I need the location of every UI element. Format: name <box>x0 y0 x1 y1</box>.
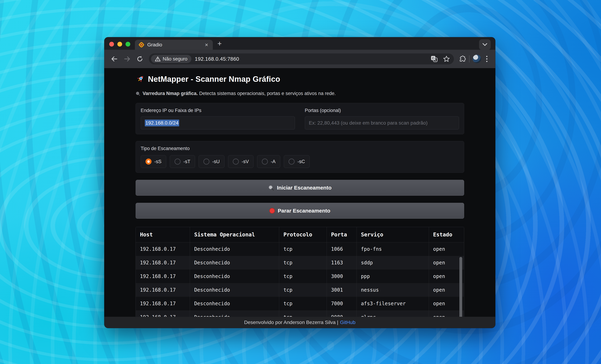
page-title: NetMapper - Scanner Nmap Gráfico <box>148 75 280 84</box>
back-button[interactable] <box>109 53 120 64</box>
cell-os: Desconhecido <box>190 242 279 256</box>
scan-type-label: Tipo de Escaneamento <box>141 146 459 151</box>
window-controls <box>104 42 135 50</box>
table-header-row: Host Sistema Operacional Protocolo Porta… <box>136 227 464 242</box>
gradio-favicon-icon <box>139 42 144 48</box>
table-row[interactable]: 192.168.0.17Desconhecidotcp3000pppopen <box>136 269 464 283</box>
cell-port: 1163 <box>327 256 357 269</box>
security-label: Não seguro <box>163 56 188 62</box>
cell-service: glrpc <box>357 310 429 317</box>
stop-sign-icon <box>269 208 275 214</box>
desktop-wallpaper: Gradio × + <box>0 0 601 364</box>
table-row[interactable]: 192.168.0.17Desconhecidotcp3001nessusope… <box>136 283 464 297</box>
tab-search-button[interactable] <box>479 39 491 50</box>
col-host: Host <box>136 227 190 242</box>
radio-icon <box>146 158 151 165</box>
table-row[interactable]: 192.168.0.17Desconhecidotcp9080glrpcopen <box>136 310 464 317</box>
cell-state: open <box>429 242 464 256</box>
subtitle-bold: Varredura Nmap gráfica. <box>143 91 198 96</box>
cell-state: open <box>429 269 464 283</box>
cell-os: Desconhecido <box>190 310 279 317</box>
magnifier-icon <box>136 91 140 96</box>
radio-icon <box>233 158 239 165</box>
cell-service: afs3-fileserver <box>357 297 429 310</box>
translate-button[interactable]: G a <box>430 55 438 63</box>
scan-option-sV[interactable]: -sV <box>228 155 254 168</box>
start-scan-button[interactable]: Iniciar Escaneamento <box>136 180 464 196</box>
cell-os: Desconhecido <box>190 283 279 297</box>
cell-host: 192.168.0.17 <box>136 269 190 283</box>
radio-icon <box>289 158 295 165</box>
cell-service: nessus <box>357 283 429 297</box>
rocket-icon <box>136 75 145 84</box>
table-row[interactable]: 192.168.0.17Desconhecidotcp1163sddpopen <box>136 256 464 269</box>
cell-port: 7000 <box>327 297 357 310</box>
extensions-button[interactable] <box>458 55 466 63</box>
col-port: Porta <box>327 227 357 242</box>
cell-state: open <box>429 297 464 310</box>
scan-option-sS[interactable]: -sS <box>141 155 166 168</box>
url-text[interactable]: 192.168.0.45:7860 <box>195 56 427 62</box>
browser-toolbar: Não seguro 192.168.0.45:7860 G a <box>104 50 495 68</box>
profile-avatar[interactable] <box>473 55 481 63</box>
scan-option-sC[interactable]: -sC <box>284 155 310 168</box>
col-os: Sistema Operacional <box>190 227 279 242</box>
back-arrow-icon <box>111 56 118 62</box>
cell-service: fpo-fns <box>357 242 429 256</box>
cell-host: 192.168.0.17 <box>136 310 190 317</box>
reload-icon <box>137 56 143 62</box>
star-icon <box>443 55 450 62</box>
cell-os: Desconhecido <box>190 269 279 283</box>
close-window-button[interactable] <box>109 42 114 47</box>
tab-title: Gradio <box>147 42 201 48</box>
minimize-window-button[interactable] <box>117 42 122 47</box>
subtitle-rest: Detecta sistemas operacionais, portas e … <box>198 91 336 96</box>
cell-protocol: tcp <box>279 310 327 317</box>
browser-menu-button[interactable] <box>483 55 491 63</box>
cell-port: 3001 <box>327 283 357 297</box>
browser-tab-gradio[interactable]: Gradio × <box>135 40 213 50</box>
forward-arrow-icon <box>124 56 131 62</box>
github-link[interactable]: GitHub <box>340 320 355 325</box>
scan-option-label: -sS <box>154 159 162 164</box>
warning-triangle-icon <box>155 56 160 62</box>
ports-input[interactable]: Ex: 22,80,443 (ou deixe em branco para s… <box>305 117 459 129</box>
cell-port: 3000 <box>327 269 357 283</box>
ip-field-label: Endereço IP ou Faixa de IPs <box>141 108 295 113</box>
results-table: Host Sistema Operacional Protocolo Porta… <box>136 227 464 317</box>
col-service: Serviço <box>357 227 429 242</box>
cell-port: 1066 <box>327 242 357 256</box>
cell-state: open <box>429 283 464 297</box>
scan-option-A[interactable]: -A <box>257 155 280 168</box>
app-footer: Desenvolvido por Anderson Bezerra Silva … <box>104 317 495 328</box>
table-row[interactable]: 192.168.0.17Desconhecidotcp7000afs3-file… <box>136 297 464 310</box>
scan-option-sU[interactable]: -sU <box>199 155 224 168</box>
cell-service: sddp <box>357 256 429 269</box>
maximize-window-button[interactable] <box>126 42 130 47</box>
ip-input[interactable]: 192.168.0.0/24 <box>141 117 295 129</box>
translate-icon: G a <box>430 55 438 63</box>
radio-icon <box>175 158 180 165</box>
tab-close-icon[interactable]: × <box>204 42 209 48</box>
new-tab-button[interactable]: + <box>213 39 222 50</box>
col-protocol: Protocolo <box>279 227 327 242</box>
table-row[interactable]: 192.168.0.17Desconhecidotcp1066fpo-fnsop… <box>136 242 464 256</box>
bookmark-button[interactable] <box>442 55 450 63</box>
scan-option-sT[interactable]: -sT <box>170 155 195 168</box>
address-bar[interactable]: Não seguro 192.168.0.45:7860 G a <box>149 53 454 64</box>
stop-scan-button[interactable]: Parar Escaneamento <box>136 203 464 219</box>
targets-panel: Endereço IP ou Faixa de IPs 192.168.0.0/… <box>136 103 464 134</box>
kebab-menu-icon <box>486 55 488 63</box>
cell-host: 192.168.0.17 <box>136 242 190 256</box>
page-subtitle: Varredura Nmap gráfica. Detecta sistemas… <box>136 91 464 96</box>
table-scrollbar[interactable] <box>459 257 462 317</box>
cell-host: 192.168.0.17 <box>136 283 190 297</box>
svg-text:a: a <box>435 59 436 61</box>
scan-option-label: -A <box>271 159 275 164</box>
results-table-container: Host Sistema Operacional Protocolo Porta… <box>136 227 464 317</box>
forward-button[interactable] <box>122 53 133 64</box>
reload-button[interactable] <box>134 53 145 64</box>
cell-host: 192.168.0.17 <box>136 297 190 310</box>
site-security-chip[interactable]: Não seguro <box>151 55 191 63</box>
cell-os: Desconhecido <box>190 297 279 310</box>
